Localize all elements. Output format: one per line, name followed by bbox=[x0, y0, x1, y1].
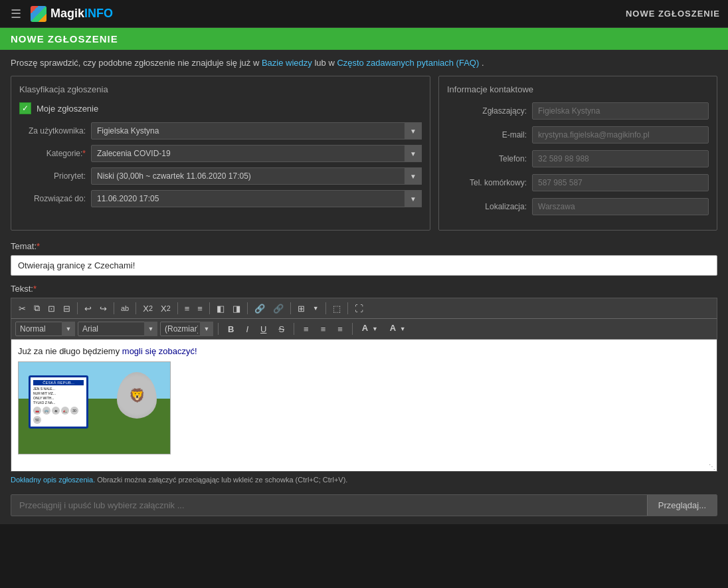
mobile-input[interactable] bbox=[532, 174, 709, 191]
undo-button[interactable]: ↩ bbox=[81, 302, 95, 316]
temat-label: Temat: bbox=[11, 241, 717, 251]
editor-area[interactable]: Już za nie długo będziemy mogli się zoba… bbox=[11, 339, 717, 472]
sign-icon-1: 🚗 bbox=[33, 407, 41, 415]
my-ticket-row: ✓ Moje zgłoszenie bbox=[19, 102, 422, 114]
email-input[interactable] bbox=[532, 126, 709, 144]
temat-input[interactable] bbox=[11, 255, 717, 276]
klasyfikacja-title: Klasyfikacja zgłoszenia bbox=[19, 84, 422, 94]
format-clear-button[interactable]: ab bbox=[118, 302, 132, 314]
strikethrough-button[interactable]: S bbox=[274, 322, 289, 336]
attachment-browse-button[interactable]: Przeglądaj... bbox=[647, 495, 717, 516]
czech-emblem: 🦁 bbox=[117, 372, 157, 419]
ordered-list-button[interactable]: ≡ bbox=[181, 302, 193, 316]
hint-text: Dokładny opis zgłoszenia. Obrazki można … bbox=[11, 476, 717, 484]
font-select[interactable]: Arial Times New Roman bbox=[78, 322, 157, 336]
image-button[interactable]: ⬚ bbox=[329, 302, 344, 316]
sign-icon-3: 🏍 bbox=[52, 407, 60, 415]
unordered-list-button[interactable]: ≡ bbox=[194, 302, 206, 316]
highlight-icon: A bbox=[362, 323, 368, 333]
fullscreen-button[interactable]: ⛶ bbox=[351, 302, 367, 316]
table-button[interactable]: ⊞ bbox=[294, 302, 308, 316]
subscript-button[interactable]: X2 bbox=[157, 302, 174, 316]
page-header: NOWE ZGŁOSZENIE bbox=[0, 28, 728, 50]
phone-label: Telefon: bbox=[447, 154, 527, 163]
paste-plain-button[interactable]: ⊟ bbox=[60, 302, 74, 316]
table-dropdown-button[interactable]: ▼ bbox=[310, 303, 322, 314]
klasyfikacja-box: Klasyfikacja zgłoszenia ✓ Moje zgłoszeni… bbox=[11, 76, 430, 231]
paste-button[interactable]: ⊡ bbox=[45, 302, 58, 316]
unlink-button[interactable]: 🔗 bbox=[270, 302, 287, 316]
my-ticket-checkbox[interactable]: ✓ bbox=[19, 102, 31, 114]
sign-icon-2: 🚌 bbox=[43, 407, 50, 415]
notice-link-faq[interactable]: Często zadawanych pytaniach (FAQ) bbox=[337, 58, 479, 68]
font-select-wrap: Arial Times New Roman ▼ bbox=[78, 322, 157, 336]
menu-icon[interactable]: ☰ bbox=[8, 4, 24, 24]
logo-magik: Magik bbox=[50, 7, 84, 20]
mobile-label: Tel. komórkowy: bbox=[447, 178, 527, 187]
priority-select-wrap: Niski (30,00h ~ czwartek 11.06.2020 17:0… bbox=[91, 167, 422, 185]
notice-text-middle: lub w bbox=[314, 58, 337, 68]
hint-plain: Obrazki można załączyć przeciągając lub … bbox=[95, 476, 347, 484]
outdent-button[interactable]: ◨ bbox=[229, 302, 244, 316]
temat-section: Temat: bbox=[11, 241, 717, 284]
font-color-dropdown-icon: ▼ bbox=[400, 326, 406, 332]
kontakt-box: Informacje kontaktowe Zgłaszający: E-mai… bbox=[438, 76, 717, 231]
sep6 bbox=[247, 302, 248, 314]
location-input[interactable] bbox=[532, 198, 709, 215]
tekst-label: Tekst: bbox=[11, 284, 717, 294]
highlight-dropdown-icon: ▼ bbox=[372, 326, 378, 332]
align-center-button[interactable]: ≡ bbox=[316, 322, 331, 336]
link-button[interactable]: 🔗 bbox=[251, 302, 268, 316]
attachment-input[interactable] bbox=[11, 495, 647, 516]
style-select[interactable]: Normal Heading 1 Heading 2 bbox=[15, 322, 75, 336]
superscript-button[interactable]: X2 bbox=[139, 302, 156, 316]
attachment-bar: Przeglądaj... bbox=[11, 494, 717, 516]
sep9 bbox=[347, 302, 348, 314]
align-right-button[interactable]: ≡ bbox=[333, 322, 347, 336]
italic-button[interactable]: I bbox=[241, 322, 253, 336]
mobile-row: Tel. komórkowy: bbox=[447, 174, 709, 191]
phone-row: Telefon: bbox=[447, 150, 709, 167]
underline-button[interactable]: U bbox=[256, 322, 271, 336]
sep11 bbox=[294, 323, 294, 335]
location-label: Lokalizacja: bbox=[447, 202, 527, 211]
highlight-button[interactable]: A ▼ bbox=[357, 321, 383, 337]
tekst-section: Tekst: ✂ ⧉ ⊡ ⊟ ↩ ↪ ab X2 X2 ≡ ≡ ◧ ◨ 🔗 🔗 … bbox=[11, 284, 717, 516]
priority-label: Priorytet: bbox=[19, 171, 86, 181]
copy-button[interactable]: ⧉ bbox=[31, 301, 43, 316]
category-label: Kategorie: bbox=[19, 149, 86, 158]
editor-resize-handle[interactable]: ⋱ bbox=[709, 463, 715, 470]
form-columns: Klasyfikacja zgłoszenia ✓ Moje zgłoszeni… bbox=[11, 76, 717, 231]
resolve-select[interactable]: 11.06.2020 17:05 bbox=[91, 190, 422, 207]
notice-link-baza[interactable]: Bazie wiedzy bbox=[262, 58, 312, 68]
page-header-title: NOWE ZGŁOSZENIE bbox=[11, 33, 118, 45]
size-select-wrap: (Rozmiar) 8101214 ▼ bbox=[160, 322, 213, 336]
priority-row: Priorytet: Niski (30,00h ~ czwartek 11.0… bbox=[19, 167, 422, 185]
logo: MagikINFO bbox=[31, 6, 113, 22]
cut-button[interactable]: ✂ bbox=[15, 302, 29, 316]
for-user-label: Za użytkownika: bbox=[19, 126, 86, 136]
redo-button[interactable]: ↪ bbox=[96, 302, 110, 316]
priority-select[interactable]: Niski (30,00h ~ czwartek 11.06.2020 17:0… bbox=[91, 167, 422, 185]
sep8 bbox=[325, 302, 326, 314]
info-notice: Proszę sprawdzić, czy podobne zgłoszenie… bbox=[11, 58, 717, 68]
align-left-button[interactable]: ≡ bbox=[299, 322, 314, 336]
editor-toolbar-row1: ✂ ⧉ ⊡ ⊟ ↩ ↪ ab X2 X2 ≡ ≡ ◧ ◨ 🔗 🔗 ⊞ ▼ ⬚ bbox=[11, 298, 717, 318]
for-user-select[interactable]: Figielska Kystyna bbox=[91, 122, 422, 140]
main-content: Proszę sprawdzić, czy podobne zgłoszenie… bbox=[0, 50, 728, 524]
editor-colored-text: mogli się zobaczyć! bbox=[122, 346, 197, 356]
font-color-button[interactable]: A ▼ bbox=[385, 321, 410, 337]
size-select[interactable]: (Rozmiar) 8101214 bbox=[160, 322, 213, 336]
sign-icons: 🚗 🚌 🏍 🚛 30 50 bbox=[33, 407, 84, 424]
location-row: Lokalizacja: bbox=[447, 198, 709, 215]
for-user-row: Za użytkownika: Figielska Kystyna ▼ bbox=[19, 122, 422, 140]
reporter-input[interactable] bbox=[532, 102, 709, 120]
bold-button[interactable]: B bbox=[223, 322, 238, 336]
sep12 bbox=[352, 323, 353, 335]
phone-input[interactable] bbox=[532, 150, 709, 167]
category-select[interactable]: Zalecenia COVID-19 bbox=[91, 145, 422, 162]
indent-button[interactable]: ◧ bbox=[213, 302, 228, 316]
hint-colored: Dokładny opis zgłoszenia. bbox=[11, 476, 95, 484]
sign-icon-4: 🚛 bbox=[61, 407, 69, 415]
kontakt-title: Informacje kontaktowe bbox=[447, 84, 709, 94]
